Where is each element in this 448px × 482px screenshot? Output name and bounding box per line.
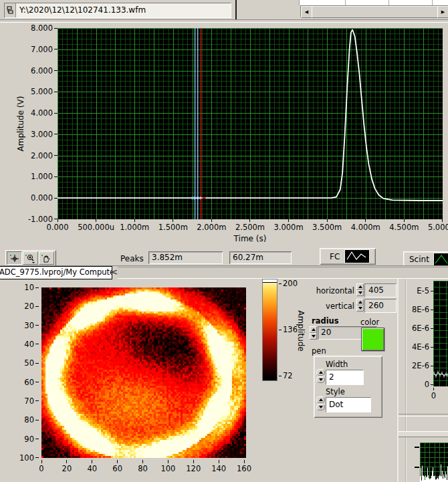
pan-tool-button[interactable]: [39, 251, 54, 265]
pen-width-label: Width: [326, 360, 348, 369]
tab-scroll-left-button[interactable]: <: [111, 267, 118, 277]
left-arrow-icon: ◀: [305, 9, 308, 15]
right-arrow-icon: ▶: [441, 9, 445, 15]
fc-plot-legend[interactable]: FC: [320, 248, 376, 265]
peak-amplitude-indicator[interactable]: 60.27m: [229, 251, 292, 264]
right-graph-y-ticks: E-58E-66E-64E-62E-60: [405, 291, 433, 384]
vertical-value-field[interactable]: 260: [364, 299, 397, 313]
magnifier-icon: [25, 253, 36, 263]
peak-time-indicator[interactable]: 3.852m: [148, 251, 223, 264]
fc-waveform-icon[interactable]: [344, 249, 370, 263]
waveform-y-ticks: 8.0007.0006.0005.0004.0003.0002.0001.000…: [13, 28, 58, 219]
panel-groove: [399, 414, 448, 416]
pen-width-stepper[interactable]: [316, 369, 325, 384]
right-graph-x-tick: 0: [429, 391, 438, 400]
project-tab[interactable]: ADC_9775.lvproj/My Computer: [0, 266, 112, 279]
file-path-value[interactable]: Y:\2020\12\12\102741.133.wfm: [16, 3, 231, 17]
increment-button[interactable]: [356, 299, 364, 306]
panel-groove: [0, 19, 448, 23]
right-graph-plot-area[interactable]: [433, 281, 448, 386]
pen-width-field[interactable]: 2: [326, 370, 364, 385]
mini-noise-trace: [420, 443, 448, 482]
horizontal-value-field[interactable]: 405: [364, 283, 397, 297]
mini-graph-tick: [415, 467, 419, 468]
increment-button[interactable]: [310, 326, 317, 333]
horizontal-stepper[interactable]: [356, 283, 364, 296]
intensity-image: [41, 287, 246, 458]
peaks-label: Peaks: [120, 254, 144, 263]
color-scale[interactable]: [262, 279, 277, 381]
waveform-x-ticks: 0.000500.000u1.000m1.500m2.000m2.500m3.0…: [58, 223, 443, 231]
pen-style-label: Style: [326, 387, 345, 396]
mini-graph-tick: [415, 447, 419, 448]
decrement-button[interactable]: [316, 376, 325, 383]
decrement-button[interactable]: [316, 404, 325, 410]
zoom-tool-button[interactable]: [23, 251, 38, 265]
intensity-x-ticks: 020406080100120140160: [41, 464, 244, 473]
scint-label: Scint: [409, 255, 429, 264]
crosshair-icon: [9, 253, 20, 263]
color-swatch[interactable]: [361, 328, 384, 351]
top-table-strip: [299, 0, 448, 5]
horizontal-scrollbar[interactable]: ◀ ▶: [300, 5, 448, 17]
table-gridline: [432, 0, 433, 5]
vertical-label: vertical: [304, 302, 354, 311]
intensity-y-ticks: 102030405060708090100: [9, 287, 39, 458]
hand-icon: [41, 253, 52, 263]
scrollbar-thumb[interactable]: [312, 6, 439, 18]
color-scale-gradient: [263, 283, 277, 379]
scint-waveform-icon[interactable]: [433, 253, 448, 267]
table-gridline: [388, 0, 389, 5]
color-label: color: [360, 318, 379, 327]
pen-style-field[interactable]: Dot: [326, 397, 371, 412]
right-graph-trace: [433, 281, 448, 386]
increment-button[interactable]: [356, 283, 364, 290]
waveform-trace: [58, 28, 443, 219]
intensity-plot-area[interactable]: [41, 287, 246, 458]
path-glyph: [7, 6, 13, 15]
decrement-button[interactable]: [310, 333, 317, 340]
horizontal-label: horizontal: [304, 286, 354, 295]
table-gridline: [345, 0, 346, 5]
pen-style-stepper[interactable]: [316, 396, 325, 411]
cursor-tool-button[interactable]: [7, 251, 22, 265]
waveform-plot-area[interactable]: [58, 28, 443, 219]
scroll-left-button[interactable]: ◀: [301, 6, 312, 18]
increment-button[interactable]: [316, 396, 325, 403]
pane-divider: [235, 0, 237, 19]
scroll-right-button[interactable]: ▶: [437, 6, 448, 18]
file-path-control[interactable]: Y:\2020\12\12\102741.133.wfm: [4, 3, 231, 18]
vertical-stepper[interactable]: [356, 299, 364, 312]
radius-stepper[interactable]: [310, 326, 317, 340]
path-type-icon[interactable]: [5, 3, 16, 17]
fc-label: FC: [330, 252, 340, 261]
decrement-button[interactable]: [356, 306, 364, 312]
decrement-button[interactable]: [356, 290, 364, 297]
pen-label: pen: [312, 346, 326, 356]
panel-band: [399, 431, 448, 437]
waveform-x-axis-label: Time (s): [58, 234, 443, 243]
tab-bar-strip: [118, 267, 448, 279]
radius-label: radius: [312, 316, 339, 326]
increment-button[interactable]: [316, 369, 325, 376]
mini-noise-plot-area[interactable]: [420, 443, 448, 482]
labview-front-panel: Y:\2020\12\12\102741.133.wfm ◀ ▶ Amplitu…: [0, 0, 448, 482]
